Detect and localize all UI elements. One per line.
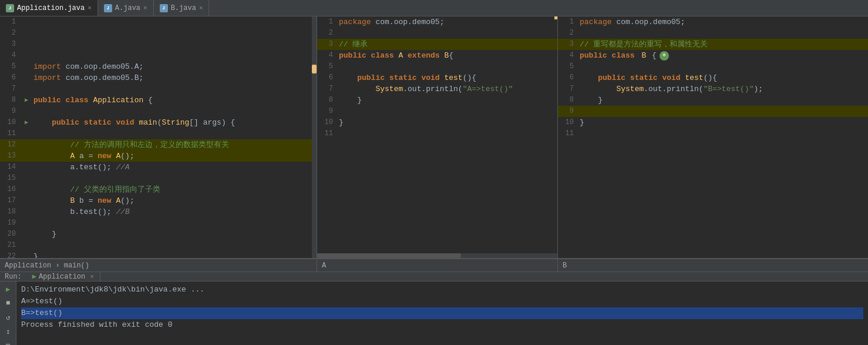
table-row: 20 } <box>0 229 317 240</box>
breadcrumb-row: Application › main() A B <box>0 258 868 271</box>
table-row: 2 <box>558 28 868 39</box>
table-row: 9 <box>0 106 317 117</box>
run-icon[interactable]: ▶ <box>25 95 28 106</box>
table-row: 11 <box>317 128 557 139</box>
java-icon-b: J <box>160 4 168 12</box>
tab-a-java[interactable]: J A.java × <box>98 0 154 16</box>
code-scroll-a[interactable]: 1 package com.oop.demo05; 2 3 // 继承 4 pu… <box>317 16 557 258</box>
rerun-button[interactable]: ↺ <box>2 311 15 324</box>
breadcrumb-b-text: B <box>563 262 567 270</box>
tab-bar: J Application.java × J A.java × J B.java… <box>0 0 868 16</box>
scrollbar-track-1[interactable] <box>312 16 317 258</box>
table-row: 9 <box>317 106 557 117</box>
command-line: D:\Environment\jdk8\jdk\bin\java.exe ... <box>21 285 204 294</box>
table-row: 13 A a = new A(); <box>0 150 317 162</box>
table-row: 16 // 父类的引用指向了子类 <box>0 184 317 195</box>
table-row: 4 <box>0 50 317 61</box>
table-row: 1 package com.oop.demo05; <box>558 16 868 28</box>
scroll-output-button[interactable]: ↧ <box>2 325 15 338</box>
table-row: 3 // 继承 <box>317 39 557 50</box>
list-item: Process finished with exit code 0 <box>21 319 863 331</box>
table-row: 6 import com.oop.demo05.B; <box>0 72 317 83</box>
table-row: 11 <box>0 128 317 139</box>
scroll-marker-yellow <box>312 65 317 73</box>
run-tab-icon: ▶ <box>32 272 36 281</box>
code-lines-application: 1 2 3 4 <box>0 16 317 258</box>
breadcrumb-application-text: Application › main() <box>5 262 89 270</box>
table-row: 11 <box>558 128 868 139</box>
list-item: D:\Environment\jdk8\jdk\bin\java.exe ... <box>21 284 863 296</box>
scroll-thumb-h-a <box>317 253 461 258</box>
breadcrumb-a-text: A <box>322 262 326 270</box>
table-row: 10 } <box>558 117 868 128</box>
table-row: 10 } <box>317 117 557 128</box>
code-lines-b: 1 package com.oop.demo05; 2 3 // 重写都是方法的… <box>558 16 868 139</box>
tab-application-label: Application.java <box>17 4 85 12</box>
run-tab-label: Application <box>39 273 85 281</box>
breadcrumb-b: B <box>558 259 868 272</box>
code-lines-a: 1 package com.oop.demo05; 2 3 // 继承 4 pu… <box>317 16 557 139</box>
override-indicator: ⊕ <box>660 51 669 61</box>
table-row: 10 ▶ public static void main(String[] ar… <box>0 117 317 128</box>
run-icon-main[interactable]: ▶ <box>25 117 28 128</box>
scrollbar-h-a[interactable] <box>317 253 557 258</box>
table-row: 19 <box>0 217 317 229</box>
table-row: 1 package com.oop.demo05; <box>317 16 557 28</box>
run-tab-bar: Run: ▶ Application × <box>0 272 868 282</box>
editor-area: 1 2 3 4 <box>0 16 868 258</box>
run-label: Run: <box>0 273 26 281</box>
code-scroll-b[interactable]: 1 package com.oop.demo05; 2 3 // 重写都是方法的… <box>558 16 868 258</box>
table-row: 3 <box>0 39 317 50</box>
table-row: 21 <box>0 240 317 251</box>
run-button[interactable]: ▶ <box>2 283 15 296</box>
run-output: D:\Environment\jdk8\jdk\bin\java.exe ...… <box>16 282 868 345</box>
breadcrumb-application: Application › main() <box>0 259 317 272</box>
table-row: 6 public static void test(){ <box>558 72 868 83</box>
list-item: A=>test() <box>21 296 863 307</box>
table-row: 7 System.out.println("A=>test()" <box>317 83 557 95</box>
table-row: 15 <box>0 173 317 184</box>
tab-a-label: A.java <box>115 4 140 12</box>
java-icon-a: J <box>104 4 112 12</box>
breadcrumb-a: A <box>317 259 558 272</box>
list-item[interactable]: B=>test() <box>21 307 863 319</box>
table-row: 8 ▶ public class Application { <box>0 95 317 106</box>
run-content: ▶ ■ ↺ ↧ ⊞ ⚙ D:\Environment\jdk8\jdk\bin\… <box>0 282 868 345</box>
pin-button[interactable]: ⊞ <box>2 339 15 345</box>
java-icon: J <box>6 4 14 12</box>
table-row: 12 // 方法的调用只和左边，定义的数据类型有关 <box>0 139 317 150</box>
run-tab-close[interactable]: × <box>90 273 94 280</box>
stop-button[interactable]: ■ <box>2 297 15 310</box>
table-row: 9 <box>558 106 868 117</box>
table-row: 17 B b = new A(); <box>0 195 317 206</box>
table-row: 5 import com.oop.demo05.A; <box>0 61 317 72</box>
table-row: 4 public class A extends B{ <box>317 50 557 61</box>
tab-application-java[interactable]: J Application.java × <box>0 0 98 16</box>
table-row: 14 a.test(); //A <box>0 162 317 173</box>
output-a-test: A=>test() <box>21 297 62 306</box>
table-row: 18 b.test(); //B <box>0 206 317 217</box>
table-row: 3 // 重写都是方法的重写，和属性无关 <box>558 39 868 50</box>
table-row: 7 <box>0 83 317 95</box>
output-b-test: B=>test() <box>21 309 62 317</box>
run-tab-application[interactable]: ▶ Application × <box>26 272 100 281</box>
bottom-panel: Run: ▶ Application × ▶ ■ ↺ ↧ ⊞ ⚙ D:\Envi… <box>0 271 868 345</box>
table-row: 2 <box>0 28 317 39</box>
table-row: 8 } <box>558 95 868 106</box>
tab-a-close[interactable]: × <box>143 5 147 12</box>
editor-pane-b: 1 package com.oop.demo05; 2 3 // 重写都是方法的… <box>558 16 868 258</box>
process-finished: Process finished with exit code 0 <box>21 320 172 329</box>
table-row: 4 public class B {⊕ <box>558 50 868 61</box>
table-row: 5 <box>317 61 557 72</box>
editor-pane-a: 1 package com.oop.demo05; 2 3 // 继承 4 pu… <box>317 16 558 258</box>
table-row: 5 <box>558 61 868 72</box>
tab-b-close[interactable]: × <box>199 5 203 12</box>
table-row: 6 public static void test(){ <box>317 72 557 83</box>
code-scroll-application[interactable]: 1 2 3 4 <box>0 16 317 258</box>
table-row: 2 <box>317 28 557 39</box>
tab-application-close[interactable]: × <box>88 5 92 12</box>
tab-b-java[interactable]: J B.java × <box>154 0 210 16</box>
table-row: 1 <box>0 16 317 28</box>
tab-b-label: B.java <box>171 4 196 12</box>
run-toolbar: ▶ ■ ↺ ↧ ⊞ ⚙ <box>0 282 16 345</box>
